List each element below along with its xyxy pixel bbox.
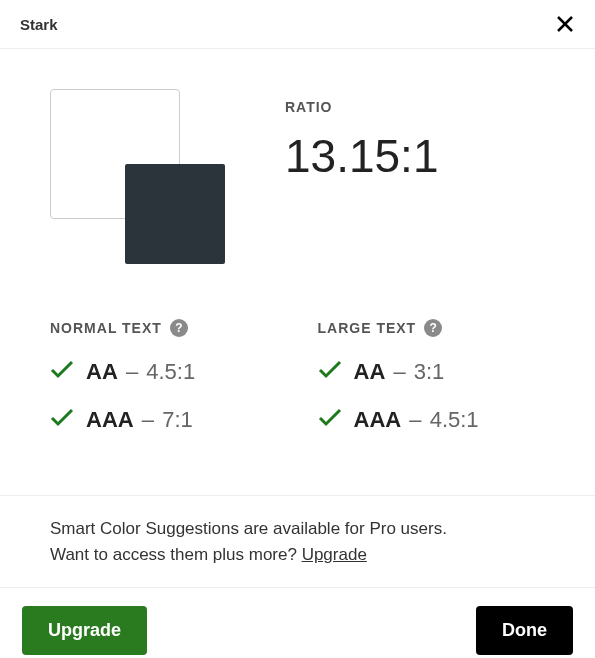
done-button[interactable]: Done <box>476 606 573 655</box>
checks-row: NORMAL TEXT ? AA – 4.5:1 AAA <box>50 319 545 455</box>
upgrade-button[interactable]: Upgrade <box>22 606 147 655</box>
threshold-value: 7:1 <box>162 407 193 432</box>
threshold-value: 4.5:1 <box>146 359 195 384</box>
large-text-heading: LARGE TEXT ? <box>318 319 546 337</box>
color-swatches <box>50 89 225 264</box>
ratio-value: 13.15:1 <box>285 129 438 183</box>
check-icon <box>318 359 342 385</box>
threshold-value: 4.5:1 <box>430 407 479 432</box>
normal-aa-row: AA – 4.5:1 <box>50 359 278 385</box>
normal-aaa-row: AAA – 7:1 <box>50 407 278 433</box>
close-button[interactable] <box>555 14 575 34</box>
check-icon <box>50 359 74 385</box>
check-icon <box>318 407 342 433</box>
close-icon <box>556 15 574 33</box>
ratio-row: RATIO 13.15:1 <box>50 89 545 264</box>
upgrade-link[interactable]: Upgrade <box>302 545 367 564</box>
large-text-label: LARGE TEXT <box>318 320 417 336</box>
normal-text-column: NORMAL TEXT ? AA – 4.5:1 AAA <box>50 319 278 455</box>
ratio-label: RATIO <box>285 99 438 115</box>
level-label: AA <box>86 359 118 384</box>
level-label: AA <box>354 359 386 384</box>
promo-banner: Smart Color Suggestions are available fo… <box>0 495 595 588</box>
normal-text-label: NORMAL TEXT <box>50 320 162 336</box>
promo-line1: Smart Color Suggestions are available fo… <box>50 519 447 538</box>
main-content: RATIO 13.15:1 NORMAL TEXT ? AA – 4.5:1 <box>0 49 595 495</box>
footer: Upgrade Done <box>0 588 595 658</box>
threshold-value: 3:1 <box>414 359 445 384</box>
level-label: AAA <box>354 407 402 432</box>
foreground-swatch[interactable] <box>125 164 225 264</box>
large-aa-row: AA – 3:1 <box>318 359 546 385</box>
large-text-column: LARGE TEXT ? AA – 3:1 AAA <box>318 319 546 455</box>
check-icon <box>50 407 74 433</box>
large-aaa-row: AAA – 4.5:1 <box>318 407 546 433</box>
promo-line2-prefix: Want to access them plus more? <box>50 545 302 564</box>
level-label: AAA <box>86 407 134 432</box>
normal-text-heading: NORMAL TEXT ? <box>50 319 278 337</box>
ratio-block: RATIO 13.15:1 <box>285 89 438 183</box>
info-icon[interactable]: ? <box>170 319 188 337</box>
header: Stark <box>0 0 595 49</box>
info-icon[interactable]: ? <box>424 319 442 337</box>
app-title: Stark <box>20 16 58 33</box>
